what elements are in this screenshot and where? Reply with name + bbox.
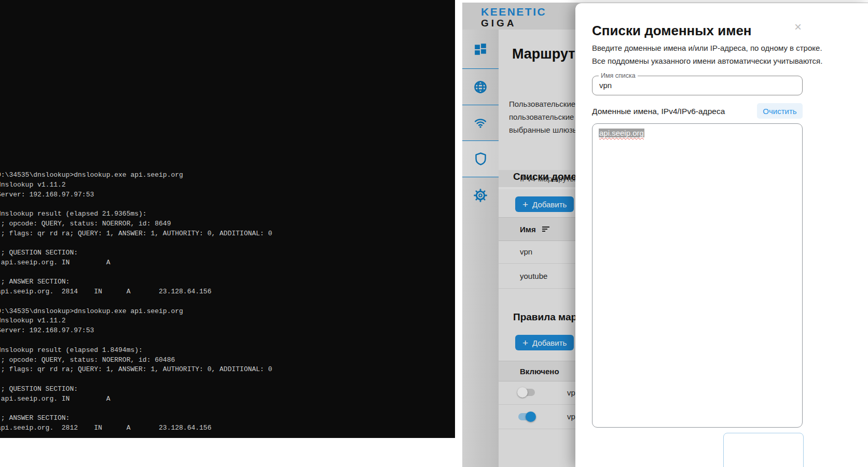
save-button[interactable]: [723, 433, 804, 467]
terminal-line: [0, 336, 272, 346]
terminal-line: ;; opcode: QUERY, status: NOERROR, id: 6…: [0, 356, 272, 365]
terminal-line: [0, 297, 272, 307]
list-name-field[interactable]: Имя списка vpn: [592, 76, 803, 95]
terminal-output: D:\34535\dnslookup>dnslookup.exe api.see…: [0, 171, 272, 433]
terminal-line: Server: 192.168.97.97:53: [0, 326, 272, 336]
terminal-line: ;; QUESTION SECTION:: [0, 385, 272, 394]
terminal-line: ;; ANSWER SECTION:: [0, 414, 272, 423]
dialog-subtitle-line: Введите доменные имена и/или IP-адреса, …: [592, 41, 820, 54]
terminal-line: [0, 200, 272, 209]
terminal-line: api.seeip.org. 2814 IN A 23.128.64.156: [0, 287, 272, 297]
terminal-line: dnslookup result (elapsed 1.8494ms):: [0, 346, 272, 356]
terminal-line: ;api.seeip.org. IN A: [0, 394, 272, 404]
terminal-line: dnslookup result (elapsed 21.9365ms):: [0, 209, 272, 219]
terminal-line: ;api.seeip.org. IN A: [0, 258, 272, 268]
terminal-line: D:\34535\dnslookup>dnslookup.exe api.see…: [0, 171, 272, 180]
terminal-line: api.seeip.org. 2812 IN A 23.128.64.156: [0, 423, 272, 433]
terminal-line: D:\34535\dnslookup>dnslookup.exe api.see…: [0, 307, 272, 317]
list-name-label: Имя списка: [599, 72, 638, 79]
terminal-window[interactable]: D:\34535\dnslookup>dnslookup.exe api.see…: [0, 0, 455, 438]
terminal-line: [0, 404, 272, 414]
domains-textarea[interactable]: api.seeip.org: [592, 123, 803, 428]
clear-button[interactable]: Очистить: [757, 103, 803, 119]
selected-domain-text: api.seeip.org: [599, 129, 644, 137]
dialog-subtitle-line: Все поддомены указанного имени автоматич…: [592, 54, 820, 67]
list-name-value: vpn: [599, 81, 612, 90]
terminal-line: [0, 238, 272, 248]
terminal-line: [0, 268, 272, 278]
terminal-line: [0, 375, 272, 385]
terminal-line: dnslookup v1.11.2: [0, 316, 272, 326]
domain-list-dialog: × Списки доменных имен Введите доменные …: [575, 3, 868, 467]
domain-entry: api.seeip.org: [599, 129, 644, 137]
dialog-title: Списки доменных имен: [592, 23, 752, 39]
terminal-line: dnslookup v1.11.2: [0, 180, 272, 190]
terminal-line: ;; opcode: QUERY, status: NOERROR, id: 8…: [0, 219, 272, 229]
terminal-line: ;; ANSWER SECTION:: [0, 277, 272, 287]
terminal-line: Server: 192.168.97.97:53: [0, 190, 272, 200]
close-icon[interactable]: ×: [792, 21, 804, 33]
terminal-line: ;; QUESTION SECTION:: [0, 248, 272, 258]
terminal-line: ;; flags: qr rd ra; QUERY: 1, ANSWER: 1,…: [0, 365, 272, 375]
domains-label: Доменные имена, IPv4/IPv6-адреса: [592, 107, 725, 116]
terminal-line: ;; flags: qr rd ra; QUERY: 1, ANSWER: 1,…: [0, 229, 272, 239]
